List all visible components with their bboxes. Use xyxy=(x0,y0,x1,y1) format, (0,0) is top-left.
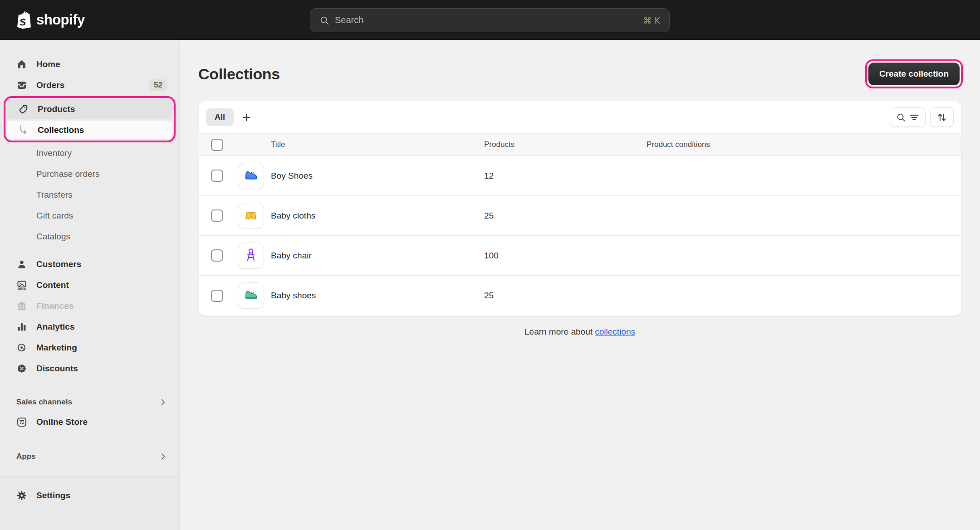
tag-icon xyxy=(18,104,29,115)
create-collection-button[interactable]: Create collection xyxy=(868,63,960,85)
shorts-icon xyxy=(238,203,264,229)
sidebar-item-analytics[interactable]: Analytics xyxy=(5,317,174,337)
collection-title: Boy Shoes xyxy=(271,171,484,181)
search-icon xyxy=(896,112,906,122)
orders-count-badge: 52 xyxy=(149,79,167,91)
sidebar-item-transfers[interactable]: Transfers xyxy=(5,185,174,205)
sort-icon xyxy=(936,112,947,123)
search-and-filter-button[interactable] xyxy=(890,107,926,127)
person-icon xyxy=(16,259,27,270)
main-content: Collections Create collection All xyxy=(180,0,980,337)
tabs-row: All xyxy=(199,101,961,133)
sidebar-settings-section: Settings xyxy=(0,476,179,530)
collections-card: All Title Products xyxy=(198,101,961,316)
collection-products-count: 12 xyxy=(484,171,647,181)
sidebar-item-orders[interactable]: Orders 52 xyxy=(5,75,174,95)
search-icon xyxy=(319,15,329,25)
sidebar-item-purchase-orders[interactable]: Purchase orders xyxy=(5,164,174,184)
sidebar-section-apps[interactable]: Apps xyxy=(5,447,174,466)
sidebar-item-label: Marketing xyxy=(36,343,77,353)
collections-help-link[interactable]: collections xyxy=(595,327,635,336)
sidebar-item-content[interactable]: Content xyxy=(5,275,174,295)
marketing-icon xyxy=(16,342,27,353)
shopify-logo[interactable]: S shopify xyxy=(0,11,85,29)
sort-button[interactable] xyxy=(930,107,954,127)
brand-wordmark: shopify xyxy=(36,12,85,28)
high-chair-icon xyxy=(238,243,264,269)
table-row[interactable]: Baby shoes 25 xyxy=(199,276,961,316)
row-checkbox[interactable] xyxy=(211,290,223,302)
sidebar-item-label: Online Store xyxy=(36,417,88,427)
sidebar-item-catalogs[interactable]: Catalogs xyxy=(5,227,174,247)
sidebar-item-gift-cards[interactable]: Gift cards xyxy=(5,206,174,226)
sneaker-icon xyxy=(238,282,264,309)
page-title: Collections xyxy=(198,65,280,83)
collection-title: Baby cloths xyxy=(271,211,484,221)
collection-products-count: 25 xyxy=(484,211,647,221)
sidebar-item-label: Orders xyxy=(36,80,64,90)
sidebar-item-finances: Finances xyxy=(5,296,174,316)
sidebar-item-collections[interactable]: Collections xyxy=(7,121,172,139)
learn-more-footer: Learn more about collections xyxy=(198,327,961,337)
home-icon xyxy=(16,59,27,70)
orders-icon xyxy=(16,80,27,91)
sidebar-item-label: Customers xyxy=(36,259,81,269)
sidebar-item-label: Analytics xyxy=(36,322,74,332)
sidebar-item-label: Home xyxy=(36,59,60,69)
table-row[interactable]: Baby cloths 25 xyxy=(199,196,961,236)
sidebar-item-home[interactable]: Home xyxy=(5,54,174,74)
analytics-icon xyxy=(16,321,27,332)
create-collection-annotation-outline: Create collection xyxy=(865,59,963,88)
add-view-button[interactable] xyxy=(236,107,256,127)
select-all-checkbox[interactable] xyxy=(211,139,223,151)
sidebar-item-settings[interactable]: Settings xyxy=(5,486,174,506)
sidebar-item-customers[interactable]: Customers xyxy=(5,254,174,274)
plus-icon xyxy=(241,112,251,122)
collection-products-count: 100 xyxy=(484,251,647,261)
table-header-row: Title Products Product conditions xyxy=(199,133,961,156)
sidebar-item-label: Discounts xyxy=(36,364,78,374)
topbar: S shopify Search ⌘ K xyxy=(0,0,980,40)
table-row[interactable]: Boy Shoes 12 xyxy=(199,156,961,196)
row-checkbox[interactable] xyxy=(211,249,223,262)
sidebar-item-marketing[interactable]: Marketing xyxy=(5,338,174,358)
column-header-products[interactable]: Products xyxy=(484,140,647,149)
chevron-right-icon xyxy=(158,398,167,407)
column-header-product-conditions[interactable]: Product conditions xyxy=(647,140,961,149)
row-checkbox[interactable] xyxy=(211,209,223,222)
shopify-bag-icon: S xyxy=(16,11,32,29)
global-search-input[interactable]: Search ⌘ K xyxy=(310,8,670,32)
sidebar-section-sales-channels[interactable]: Sales channels xyxy=(5,393,174,411)
bank-icon xyxy=(16,301,27,311)
products-annotation-outline: Products Collections xyxy=(4,96,176,142)
discount-icon xyxy=(16,363,27,374)
search-placeholder: Search xyxy=(335,15,363,25)
nested-arrow-icon xyxy=(18,125,29,136)
filter-icon xyxy=(909,112,919,122)
sidebar-item-products[interactable]: Products xyxy=(7,99,172,119)
sidebar-item-inventory[interactable]: Inventory xyxy=(5,143,174,163)
collection-products-count: 25 xyxy=(484,291,647,301)
sneaker-icon xyxy=(238,163,264,189)
gear-icon xyxy=(16,490,27,501)
sidebar-item-label: Settings xyxy=(36,491,70,501)
sidebar-item-label: Collections xyxy=(38,125,84,135)
table-row[interactable]: Baby chair 100 xyxy=(199,236,961,276)
sidebar-item-label: Content xyxy=(36,280,69,290)
collection-title: Baby chair xyxy=(271,251,484,261)
sidebar-item-online-store[interactable]: Online Store xyxy=(5,412,174,432)
column-header-title[interactable]: Title xyxy=(271,140,484,149)
sidebar-item-discounts[interactable]: Discounts xyxy=(5,359,174,379)
sidebar-item-label: Products xyxy=(38,104,75,114)
row-checkbox[interactable] xyxy=(211,170,223,182)
tab-all[interactable]: All xyxy=(206,108,234,126)
content-icon xyxy=(16,280,27,291)
search-shortcut: ⌘ K xyxy=(643,15,661,25)
collection-title: Baby shoes xyxy=(271,291,484,301)
sidebar-item-label: Finances xyxy=(36,301,74,311)
storefront-icon xyxy=(16,417,27,428)
chevron-right-icon xyxy=(158,452,167,461)
sidebar: Home Orders 52 Products Co xyxy=(0,40,180,530)
